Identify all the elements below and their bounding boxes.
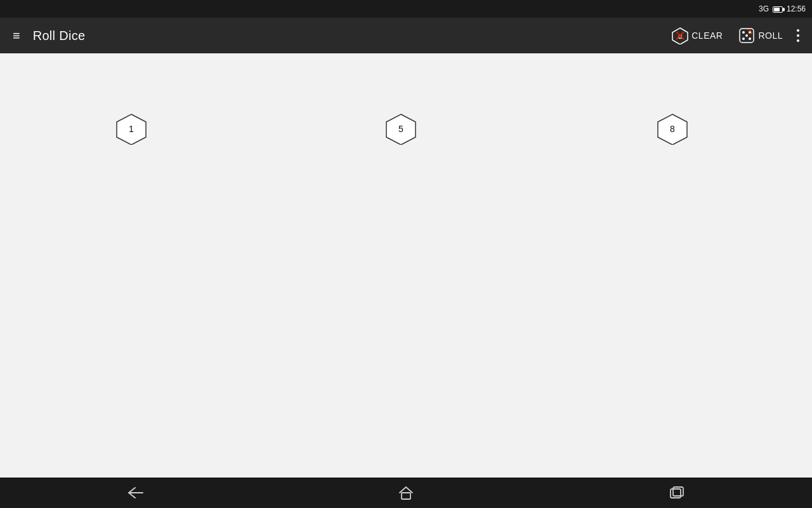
recents-icon <box>670 486 684 499</box>
nav-back-button[interactable] <box>116 480 154 505</box>
clear-dice-icon: d <box>671 27 689 44</box>
nav-bar <box>0 478 812 508</box>
svg-point-7 <box>745 34 748 37</box>
time-display: 12:56 <box>787 4 806 13</box>
home-icon <box>398 486 414 500</box>
die-value-1: 1 <box>129 124 134 134</box>
die-value-5: 5 <box>398 124 403 134</box>
svg-point-9 <box>749 37 751 40</box>
die-container-8[interactable]: 8 <box>657 113 688 145</box>
back-icon <box>126 486 144 499</box>
roll-label: ROLL <box>758 30 783 41</box>
app-bar: ≡ Roll Dice d CLEAR <box>0 18 812 53</box>
app-title: Roll Dice <box>33 29 658 43</box>
network-signal: 3G <box>759 4 769 13</box>
die-container-5[interactable]: 5 <box>385 113 417 145</box>
svg-rect-14 <box>402 493 410 499</box>
svg-rect-15 <box>671 489 681 498</box>
hamburger-icon[interactable]: ≡ <box>8 26 25 46</box>
clear-label: CLEAR <box>691 30 723 41</box>
svg-rect-16 <box>673 487 683 496</box>
roll-button[interactable]: ROLL <box>731 23 789 48</box>
overflow-menu-button[interactable] <box>792 25 804 46</box>
status-bar: 3G 12:56 <box>0 0 812 18</box>
die-container-1[interactable]: 1 <box>115 113 147 145</box>
main-content: 1 5 8 <box>0 53 812 478</box>
battery-indicator <box>773 4 783 13</box>
nav-recents-button[interactable] <box>658 480 696 505</box>
svg-point-5 <box>742 31 745 34</box>
die-value-8: 8 <box>670 124 675 134</box>
toolbar-actions: d CLEAR ROLL <box>665 23 804 48</box>
nav-home-button[interactable] <box>387 480 425 505</box>
battery-icon <box>773 6 783 13</box>
clear-button[interactable]: d CLEAR <box>665 23 729 48</box>
svg-point-8 <box>742 37 745 40</box>
roll-dice-icon <box>738 27 756 44</box>
